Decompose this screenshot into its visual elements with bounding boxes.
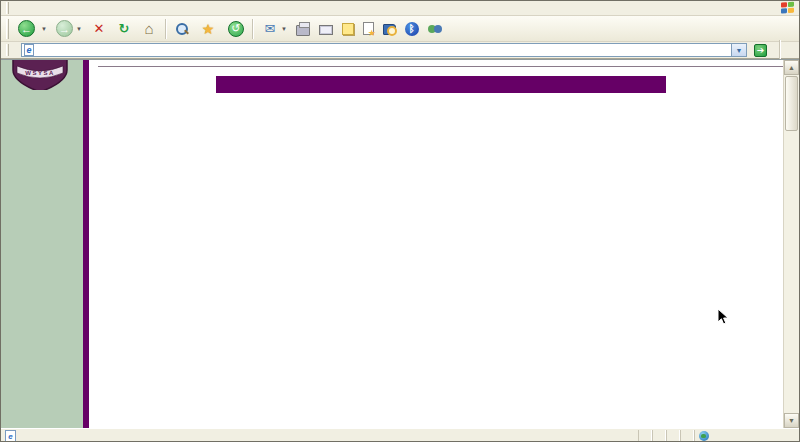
add-favorite-button[interactable] — [359, 21, 378, 36]
page-viewport: WSYSA — [1, 59, 799, 428]
history-button[interactable]: ↺ — [224, 20, 248, 38]
favorites-icon: ★ — [200, 21, 216, 37]
toolbar: ← ▼ → ▼ ✕ ↻ ⌂ ★ ↺ ✉▼ ᛒ — [1, 16, 799, 42]
print-icon — [296, 25, 310, 36]
ie-page-icon: e — [24, 44, 34, 56]
bluetooth-button[interactable]: ᛒ — [401, 21, 423, 37]
scroll-up-icon[interactable]: ▲ — [784, 60, 799, 75]
status-cell — [680, 430, 694, 442]
go-arrow-icon: ➔ — [754, 44, 767, 57]
forward-icon: → — [56, 20, 73, 37]
status-page-icon: e — [5, 430, 16, 442]
forward-button[interactable]: → ▼ — [52, 19, 86, 38]
stop-button[interactable]: ✕ — [87, 20, 111, 38]
browser-window: ← ▼ → ▼ ✕ ↻ ⌂ ★ ↺ ✉▼ ᛒ — [0, 0, 800, 442]
bluetooth-icon: ᛒ — [405, 22, 419, 36]
logo-text: WSYSA — [25, 70, 55, 76]
refresh-button[interactable]: ↻ — [112, 20, 136, 38]
windows-logo-icon — [781, 1, 796, 15]
refresh-icon: ↻ — [116, 21, 132, 37]
mail-dropdown-icon[interactable]: ▼ — [281, 26, 287, 32]
toolbar-grip3[interactable] — [6, 44, 9, 55]
address-dropdown-icon[interactable]: ▼ — [731, 44, 746, 56]
favorites-button[interactable]: ★ — [196, 20, 223, 38]
monitor-icon — [319, 25, 333, 35]
forward-dropdown-icon[interactable]: ▼ — [76, 26, 82, 32]
edit-button[interactable] — [315, 22, 337, 36]
menu-bar — [1, 1, 799, 16]
mail-button[interactable]: ✉▼ — [258, 20, 291, 38]
toolbar-separator — [165, 19, 167, 39]
toolbar-grip[interactable] — [6, 2, 9, 13]
mail-icon: ✉ — [262, 21, 278, 37]
stop-icon: ✕ — [91, 21, 107, 37]
toolbar-separator2 — [252, 19, 254, 39]
note-icon — [342, 23, 354, 35]
back-button[interactable]: ← ▼ — [14, 19, 51, 38]
history-icon: ↺ — [228, 21, 244, 37]
toolbar-grip2[interactable] — [6, 19, 9, 39]
messenger-button[interactable] — [424, 21, 447, 36]
main-content — [89, 60, 799, 428]
criteria-title — [217, 77, 665, 92]
internet-globe-icon — [699, 431, 709, 441]
address-separator — [779, 40, 781, 60]
clipped-status-message — [98, 60, 793, 67]
page-star-icon — [363, 22, 374, 35]
status-zone — [694, 430, 799, 442]
search-button[interactable] — [171, 21, 195, 36]
status-cell — [638, 430, 652, 442]
vertical-scrollbar[interactable]: ▲ ▼ — [783, 60, 799, 428]
sidebar-nav: WSYSA — [1, 60, 89, 428]
status-cell — [652, 430, 666, 442]
print-button[interactable] — [292, 21, 314, 37]
address-input[interactable]: e ▼ — [21, 43, 747, 57]
sidebar-links — [1, 90, 83, 95]
status-bar: e — [1, 428, 799, 442]
status-cell — [666, 430, 680, 442]
home-icon: ⌂ — [141, 21, 157, 37]
back-icon: ← — [18, 20, 35, 37]
home-button[interactable]: ⌂ — [137, 20, 161, 38]
scrollbar-thumb[interactable] — [785, 76, 798, 131]
discuss-button[interactable] — [338, 22, 358, 36]
book-magnifier-icon — [383, 24, 396, 35]
criteria-panel — [216, 76, 666, 93]
messenger-icon — [428, 22, 443, 35]
address-bar: e ▼ ➔ — [1, 42, 799, 59]
back-dropdown-icon[interactable]: ▼ — [41, 26, 47, 32]
research-button[interactable] — [379, 21, 400, 36]
scroll-down-icon[interactable]: ▼ — [784, 413, 799, 428]
scrollbar-track[interactable] — [784, 132, 799, 413]
site-logo[interactable]: WSYSA — [1, 60, 83, 90]
go-button[interactable]: ➔ — [751, 44, 772, 57]
search-icon — [175, 22, 188, 35]
mouse-cursor — [717, 308, 729, 326]
